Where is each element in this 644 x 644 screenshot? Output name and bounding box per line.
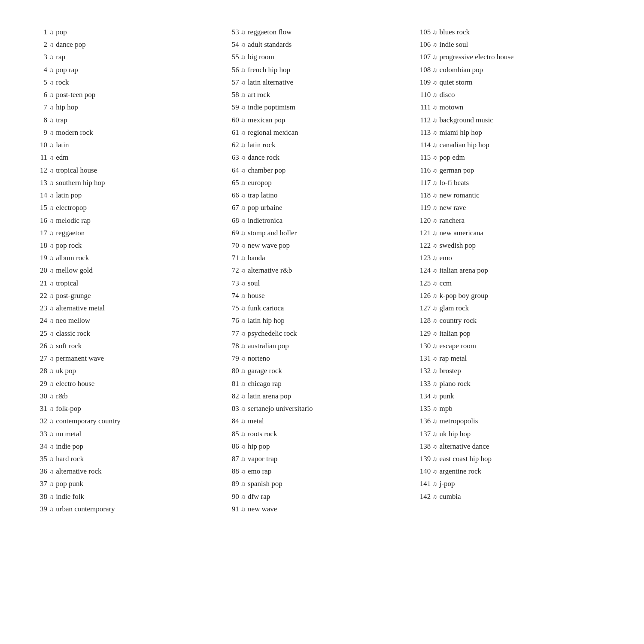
genre-item: 85♫roots rock	[226, 428, 410, 440]
genre-name: tropical house	[56, 164, 97, 176]
genre-name: rap	[56, 51, 65, 63]
genre-item: 112♫background music	[418, 114, 601, 126]
genre-number: 9	[34, 126, 47, 139]
genre-name: alternative metal	[56, 302, 105, 314]
genre-name: piano rock	[440, 377, 471, 390]
genre-name: folk-pop	[56, 402, 81, 415]
music-icon: ♫	[241, 140, 246, 151]
genre-number: 61	[226, 126, 239, 139]
genre-name: soul	[248, 277, 260, 289]
genre-number: 38	[34, 490, 47, 503]
genre-name: dfw rap	[248, 490, 270, 503]
genre-item: 63♫dance rock	[226, 151, 410, 164]
genre-number: 91	[226, 503, 239, 515]
genre-item: 39♫urban contemporary	[34, 503, 218, 515]
genre-number: 140	[418, 465, 431, 477]
genre-number: 15	[34, 201, 47, 214]
music-icon: ♫	[241, 429, 246, 440]
genre-name: indie folk	[56, 490, 84, 503]
genre-number: 36	[34, 465, 47, 477]
genre-item: 67♫pop urbaine	[226, 201, 410, 214]
music-icon: ♫	[49, 90, 54, 101]
genre-number: 109	[418, 76, 431, 88]
genre-item: 120♫ranchera	[418, 214, 601, 227]
genre-item: 2♫dance pop	[34, 38, 218, 51]
genre-name: mellow gold	[56, 264, 92, 276]
genre-name: edm	[56, 151, 68, 164]
music-icon: ♫	[432, 27, 437, 38]
music-icon: ♫	[432, 52, 437, 63]
genre-name: italian pop	[440, 327, 471, 340]
music-icon: ♫	[432, 366, 437, 377]
genre-name: chicago rap	[248, 377, 282, 390]
genre-name: adult standards	[248, 38, 292, 51]
music-icon: ♫	[241, 115, 246, 126]
genre-item: 119♫new rave	[418, 201, 601, 214]
music-icon: ♫	[241, 65, 246, 76]
genre-number: 108	[418, 64, 431, 76]
genre-number: 31	[34, 402, 47, 415]
music-icon: ♫	[49, 416, 54, 427]
genre-number: 4	[34, 64, 47, 76]
music-icon: ♫	[49, 391, 54, 402]
genre-number: 131	[418, 352, 431, 365]
genre-name: stomp and holler	[248, 227, 297, 239]
genre-item: 24♫neo mellow	[34, 314, 218, 327]
genre-number: 142	[418, 490, 431, 503]
genre-item: 71♫banda	[226, 252, 410, 264]
genre-name: metal	[248, 415, 264, 427]
genre-name: permanent wave	[56, 352, 104, 365]
genre-number: 116	[418, 164, 431, 176]
genre-name: spanish pop	[248, 477, 283, 490]
genre-number: 122	[418, 239, 431, 252]
genre-item: 78♫australian pop	[226, 340, 410, 352]
genre-item: 38♫indie folk	[34, 490, 218, 503]
genre-item: 14♫latin pop	[34, 189, 218, 201]
genre-number: 29	[34, 377, 47, 390]
genre-item: 60♫mexican pop	[226, 114, 410, 126]
music-icon: ♫	[241, 353, 246, 365]
genre-item: 15♫electropop	[34, 201, 218, 214]
genre-number: 21	[34, 277, 47, 289]
genre-name: trap latino	[248, 189, 277, 201]
genre-name: southern hip hop	[56, 176, 105, 189]
genre-name: cumbia	[440, 490, 461, 503]
music-icon: ♫	[241, 77, 246, 88]
genre-number: 70	[226, 239, 239, 252]
music-icon: ♫	[432, 291, 437, 302]
genre-number: 69	[226, 227, 239, 239]
genre-number: 123	[418, 252, 431, 264]
music-icon: ♫	[432, 253, 437, 264]
genre-item: 89♫spanish pop	[226, 477, 410, 490]
genre-number: 39	[34, 503, 47, 515]
genre-name: urban contemporary	[56, 503, 115, 515]
genre-name: psychedelic rock	[248, 327, 297, 340]
music-icon: ♫	[49, 102, 54, 113]
genre-number: 81	[226, 377, 239, 390]
music-icon: ♫	[432, 278, 437, 289]
genre-item: 108♫colombian pop	[418, 64, 601, 76]
genre-name: emo rap	[248, 465, 271, 477]
genre-name: uk pop	[56, 365, 76, 377]
genre-number: 27	[34, 352, 47, 365]
music-icon: ♫	[241, 39, 246, 51]
genre-number: 5	[34, 76, 47, 88]
genre-item: 110♫disco	[418, 88, 601, 101]
genre-item: 62♫latin rock	[226, 139, 410, 151]
genre-name: french hip hop	[248, 64, 290, 76]
music-icon: ♫	[49, 152, 54, 164]
genre-item: 139♫east coast hip hop	[418, 453, 601, 465]
genre-name: metropopolis	[440, 415, 478, 427]
genre-item: 12♫tropical house	[34, 164, 218, 176]
genre-name: alternative r&b	[248, 264, 292, 276]
genre-item: 29♫electro house	[34, 377, 218, 390]
genre-number: 26	[34, 340, 47, 352]
genre-name: nu metal	[56, 428, 81, 440]
genre-number: 28	[34, 365, 47, 377]
genre-item: 6♫post-teen pop	[34, 88, 218, 101]
genre-number: 85	[226, 428, 239, 440]
genre-name: norteno	[248, 352, 270, 365]
genre-item: 32♫contemporary country	[34, 415, 218, 427]
genre-item: 34♫indie pop	[34, 440, 218, 453]
genre-number: 139	[418, 453, 431, 465]
